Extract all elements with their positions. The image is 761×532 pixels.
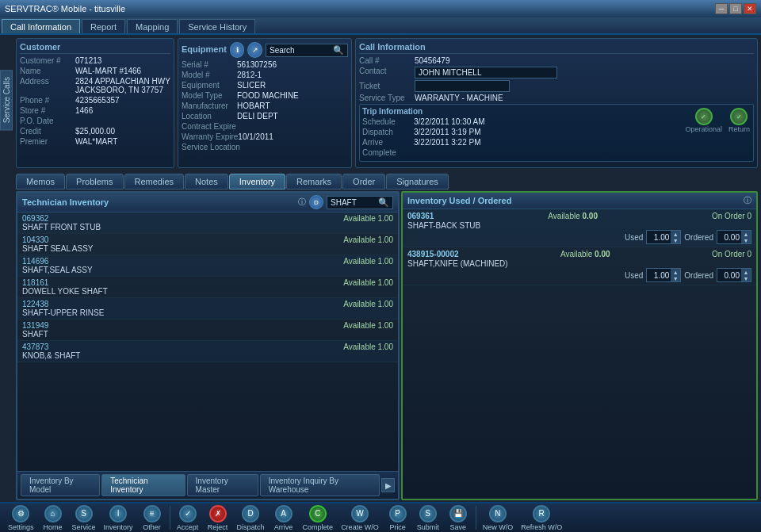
inventory-icon: I <box>109 505 127 522</box>
call-info-heading: Call Information <box>359 42 754 54</box>
return-circle: ✓ <box>730 108 748 125</box>
refresh-wo-button[interactable]: R Refresh W/O <box>518 503 565 533</box>
tech-inventory-item[interactable]: 118161 Available 1.00 DOWELL YOKE SHAFT <box>17 277 398 298</box>
used-label: Used <box>625 271 643 280</box>
dispatch-icon[interactable]: D <box>309 195 323 209</box>
used-spin-buttons: ▲ ▼ <box>671 269 680 281</box>
return-label: Return <box>728 125 750 133</box>
bottom-tab-master[interactable]: Inventory Master <box>187 474 258 496</box>
tab-remedies[interactable]: Remedies <box>124 174 185 189</box>
bottom-tab-by-model[interactable]: Inventory By Model <box>21 474 100 496</box>
equipment-warrantyexpire-value: 10/1/2011 <box>238 132 273 141</box>
used-name: SHAFT,KNIFE (MACHINED) <box>407 259 751 268</box>
service-calls-tab[interactable]: Service Calls <box>0 70 13 130</box>
home-button[interactable]: ⌂ Home <box>39 503 67 533</box>
used-inventory-title: Inventory Used / Ordered <box>407 196 740 205</box>
item-name: SHAFT,SEAL ASSY <box>22 266 393 274</box>
equipment-manufacturer-value: HOBART <box>237 101 270 110</box>
ordered-label: Ordered <box>684 271 713 280</box>
search-icon: 🔍 <box>378 197 389 208</box>
bottom-tab-inquiry[interactable]: Inventory Inquiry By Warehouse <box>260 474 380 496</box>
nav-tabs: Memos Problems Remedies Notes Inventory … <box>13 171 761 189</box>
inventory-label: Inventory <box>104 523 133 531</box>
new-wo-button[interactable]: N New W/O <box>480 503 517 533</box>
other-button[interactable]: ≡ Other <box>138 503 166 533</box>
ordered-spin-up[interactable]: ▲ <box>741 231 751 237</box>
footer-separator-1 <box>170 506 170 530</box>
tech-inventory-search-input[interactable] <box>331 198 378 207</box>
used-spin[interactable]: 1.00 ▲ ▼ <box>646 268 681 282</box>
bottom-tab-arrow[interactable]: ▶ <box>381 478 395 492</box>
settings-icon: ⚙ <box>12 505 29 522</box>
complete-label: Complete <box>303 523 334 531</box>
used-spin-up[interactable]: ▲ <box>671 231 680 237</box>
ordered-spin-down[interactable]: ▼ <box>741 237 751 243</box>
tab-memos[interactable]: Memos <box>16 174 65 189</box>
tech-inventory-item[interactable]: 069362 Available 1.00 SHAFT FRONT STUB <box>17 212 398 234</box>
arrive-label: Arrive <box>362 138 414 147</box>
tab-mapping[interactable]: Mapping <box>127 19 178 33</box>
equipment-search-input[interactable] <box>270 46 333 55</box>
tech-inventory-item[interactable]: 437873 Available 1.00 KNOB,& SHAFT <box>17 341 398 362</box>
call-number-row: Call # 50456479 <box>359 56 754 65</box>
tab-report[interactable]: Report <box>82 19 125 33</box>
tab-service-history[interactable]: Service History <box>179 19 255 33</box>
inventory-button[interactable]: I Inventory <box>101 503 136 533</box>
tech-inventory-item[interactable]: 131949 Available 1.00 SHAFT <box>17 320 398 341</box>
used-name: SHAFT-BACK STUB <box>407 221 751 230</box>
complete-row: Complete <box>362 148 751 157</box>
item-name: SHAFT-UPPER RINSE <box>22 308 393 317</box>
used-spin-down[interactable]: ▼ <box>671 275 680 281</box>
tech-inventory-item[interactable]: 122438 Available 1.00 SHAFT-UPPER RINSE <box>17 298 398 320</box>
service-button[interactable]: S Service <box>69 503 99 533</box>
bottom-tab-tech[interactable]: Technician Inventory <box>101 474 185 496</box>
used-value: 1.00 <box>647 233 671 242</box>
used-spin-down[interactable]: ▼ <box>671 237 680 243</box>
ticket-input[interactable] <box>415 80 510 92</box>
tab-inventory[interactable]: Inventory <box>229 174 285 189</box>
reject-button[interactable]: ✗ Reject <box>204 503 232 533</box>
ordered-spin-up[interactable]: ▲ <box>741 269 751 275</box>
create-wo-label: Create W/O <box>341 523 379 531</box>
submit-button[interactable]: S Submit <box>414 503 442 533</box>
tech-inventory-item[interactable]: 104330 Available 1.00 SHAFT SEAL ASSY <box>17 234 398 255</box>
used-spin-up[interactable]: ▲ <box>671 269 680 275</box>
settings-button[interactable]: ⚙ Settings <box>5 503 37 533</box>
equipment-heading: Equipment <box>182 44 227 55</box>
tech-inventory-item[interactable]: 114696 Available 1.00 SHAFT,SEAL ASSY <box>17 255 398 277</box>
close-button[interactable]: ✕ <box>744 3 756 14</box>
accept-button[interactable]: ✓ Accept <box>174 503 202 533</box>
item-name: KNOB,& SHAFT <box>22 351 393 360</box>
equipment-warrantyexpire-label: Warranty Expire <box>182 132 238 141</box>
equipment-info-button[interactable]: ℹ <box>230 42 245 58</box>
used-inventory-header: Inventory Used / Ordered ⓘ <box>403 193 756 209</box>
save-icon: 💾 <box>449 505 467 522</box>
maximize-button[interactable]: □ <box>729 3 742 14</box>
tab-remarks[interactable]: Remarks <box>286 174 342 189</box>
used-spin[interactable]: 1.00 ▲ ▼ <box>646 230 681 244</box>
tab-signatures[interactable]: Signatures <box>386 174 449 189</box>
customer-store-label: Store # <box>20 106 75 115</box>
create-wo-button[interactable]: W Create W/O <box>338 503 382 533</box>
price-button[interactable]: P Price <box>384 503 412 533</box>
equipment-action-button[interactable]: ↗ <box>247 42 262 58</box>
ordered-spin[interactable]: 0.00 ▲ ▼ <box>717 268 751 282</box>
equipment-search: 🔍 <box>266 44 348 57</box>
equipment-location-row: Location DELI DEPT <box>182 112 348 121</box>
contact-input[interactable] <box>415 67 557 78</box>
tech-inventory-search: 🔍 <box>327 196 393 209</box>
arrive-button[interactable]: A Arrive <box>270 503 298 533</box>
service-type-row: Service Type WARRANTY - MACHINE <box>359 94 754 102</box>
dispatch-button[interactable]: D Dispatch <box>234 503 268 533</box>
minimize-button[interactable]: ─ <box>715 3 728 14</box>
ordered-spin-down[interactable]: ▼ <box>741 275 751 281</box>
tab-notes[interactable]: Notes <box>185 174 228 189</box>
tab-call-information[interactable]: Call Information <box>2 19 80 33</box>
save-button[interactable]: 💾 Save <box>444 503 472 533</box>
service-icon: S <box>75 505 93 522</box>
tab-order[interactable]: Order <box>342 174 385 189</box>
tab-problems[interactable]: Problems <box>66 174 123 189</box>
new-wo-icon: N <box>489 505 507 522</box>
ordered-spin[interactable]: 0.00 ▲ ▼ <box>717 230 751 244</box>
complete-button[interactable]: C Complete <box>300 503 337 533</box>
